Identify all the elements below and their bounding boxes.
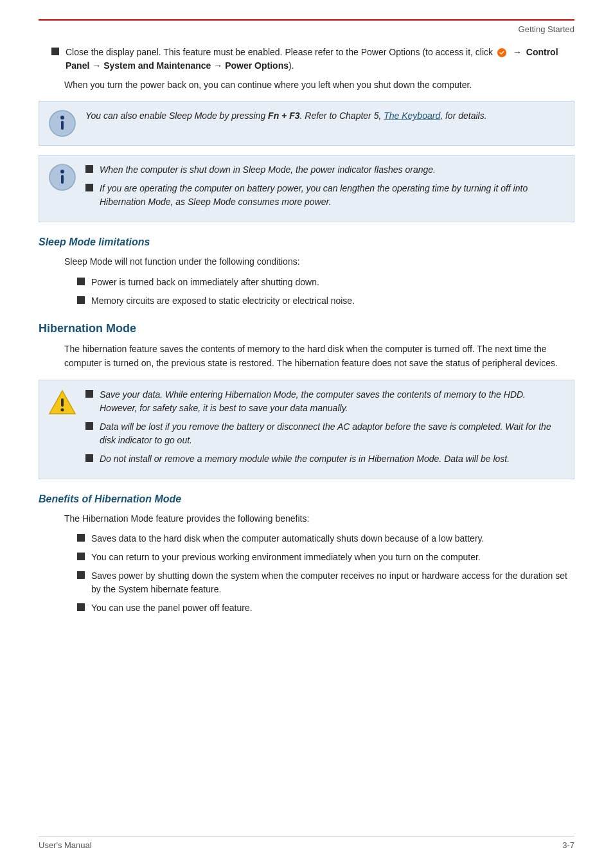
sleep-note-bullet-1: When the computer is shut down in Sleep … — [85, 163, 565, 177]
benefit-bullet-4: You can use the panel power off feature. — [39, 601, 574, 615]
page-header: Getting Started — [39, 24, 574, 34]
sleep-note-text-1: When the computer is shut down in Sleep … — [100, 163, 565, 177]
intro-bullet-text: Close the display panel. This feature mu… — [66, 46, 574, 73]
svg-rect-8 — [61, 398, 64, 407]
bullet-square-icon — [51, 48, 59, 55]
page: Getting Started Close the display panel.… — [0, 0, 613, 868]
bullet-sq-1 — [85, 165, 93, 173]
bullet-sq-w3 — [85, 454, 93, 462]
benefit-text-1: Saves data to the hard disk when the com… — [91, 532, 574, 545]
footer-left: User's Manual — [39, 840, 92, 850]
warn-text-2: Data will be lost if you remove the batt… — [100, 420, 565, 447]
sleep-lim-text-2: Memory circuits are exposed to static el… — [91, 294, 574, 308]
info-text-italic-pre: You can also enable Sleep Mode by pressi… — [85, 111, 268, 121]
info-box-sleep-fn: You can also enable Sleep Mode by pressi… — [39, 101, 574, 146]
benefit-bullet-2: You can return to your previous working … — [39, 551, 574, 564]
warn-text-1: Save your data. While entering Hibernati… — [100, 388, 565, 415]
benefit-bullet-1: Saves data to the hard disk when the com… — [39, 532, 574, 545]
info-text-italic-end: , for details. — [440, 111, 486, 121]
svg-point-9 — [61, 408, 64, 411]
hibernation-intro: The hibernation feature saves the conten… — [39, 342, 574, 371]
intro-bullet-item: Close the display panel. This feature mu… — [39, 46, 574, 73]
resume-text: When you turn the power back on, you can… — [39, 78, 574, 92]
info-icon-1 — [48, 109, 76, 137]
sleep-limitations-heading: Sleep Mode limitations — [39, 236, 574, 248]
sleep-note-text-2: If you are operating the computer on bat… — [100, 182, 565, 209]
warn-text-3: Do not install or remove a memory module… — [100, 452, 565, 466]
bullet-sq-b2 — [77, 553, 85, 560]
sleep-lim-bullet-1: Power is turned back on immediately afte… — [39, 276, 574, 289]
fn-f3-text: Fn + F3 — [268, 111, 299, 121]
warn-bullet-3: Do not install or remove a memory module… — [85, 452, 565, 466]
hibernation-heading: Hibernation Mode — [39, 322, 574, 335]
svg-rect-3 — [61, 121, 64, 130]
warning-box-hibernation: Save your data. While entering Hibernati… — [39, 380, 574, 479]
bullet-sq-b3 — [77, 571, 85, 579]
info-box-sleep-notes-content: When the computer is shut down in Sleep … — [85, 163, 565, 214]
benefit-text-2: You can return to your previous working … — [91, 551, 574, 564]
benefits-intro: The Hibernation Mode feature provides th… — [39, 511, 574, 526]
info-text-italic-mid: . Refer to Chapter 5, — [300, 111, 384, 121]
info-box-sleep-notes: When the computer is shut down in Sleep … — [39, 155, 574, 222]
sleep-note-bullet-2: If you are operating the computer on bat… — [85, 182, 565, 209]
warn-bullet-1: Save your data. While entering Hibernati… — [85, 388, 565, 415]
benefit-bullet-3: Saves power by shutting down the system … — [39, 569, 574, 596]
warning-bullets-content: Save your data. While entering Hibernati… — [85, 388, 565, 471]
footer-right: 3-7 — [562, 840, 574, 850]
header-line — [39, 19, 574, 21]
svg-rect-6 — [61, 175, 64, 184]
keyboard-link[interactable]: The Keyboard — [384, 111, 440, 121]
page-footer: User's Manual 3-7 — [39, 836, 574, 850]
main-content: Close the display panel. This feature mu… — [39, 46, 574, 615]
sleep-limitations-intro: Sleep Mode will not function under the f… — [39, 254, 574, 269]
arrow1: → — [513, 47, 522, 57]
bullet-sq-w2 — [85, 422, 93, 430]
bullet-sq-slm2 — [77, 296, 85, 304]
ctrl-panel-text: Control Panel → System and Maintenance →… — [66, 47, 558, 71]
bullet-sq-slm1 — [77, 278, 85, 285]
warn-bullet-2: Data will be lost if you remove the batt… — [85, 420, 565, 447]
sleep-lim-bullet-2: Memory circuits are exposed to static el… — [39, 294, 574, 308]
svg-point-5 — [60, 170, 64, 173]
benefit-text-4: You can use the panel power off feature. — [91, 601, 574, 615]
info-icon-2 — [48, 163, 76, 191]
svg-point-2 — [60, 116, 64, 120]
benefit-text-3: Saves power by shutting down the system … — [91, 569, 574, 596]
info-box-sleep-fn-content: You can also enable Sleep Mode by pressi… — [85, 109, 565, 123]
bullet-sq-w1 — [85, 390, 93, 398]
bullet-sq-2 — [85, 184, 93, 191]
sleep-lim-text-1: Power is turned back on immediately afte… — [91, 276, 574, 289]
bullet-sq-b4 — [77, 603, 85, 611]
warning-icon — [48, 388, 76, 416]
bullet-sq-b1 — [77, 534, 85, 542]
benefits-heading: Benefits of Hibernation Mode — [39, 493, 574, 505]
ctrl-panel-icon — [495, 48, 508, 58]
header-label: Getting Started — [519, 24, 574, 34]
